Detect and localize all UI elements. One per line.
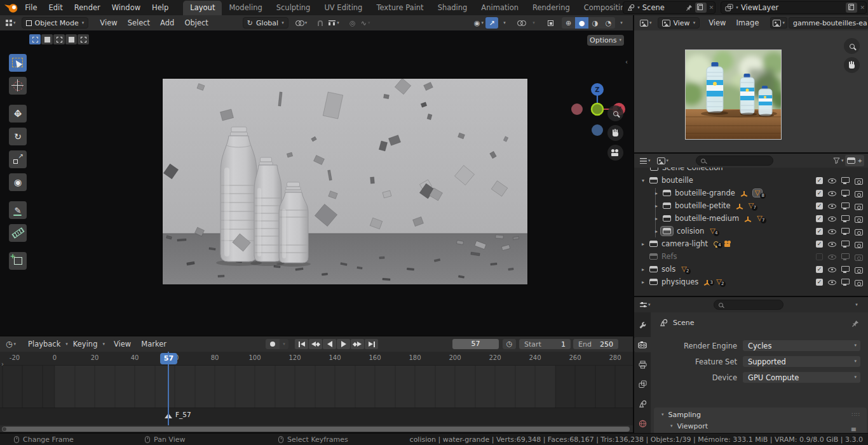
outliner-row[interactable]: ▾bouteille bbox=[634, 174, 868, 187]
disclosure-triangle-icon[interactable]: ▸ bbox=[650, 203, 663, 209]
new-viewlayer-button[interactable] bbox=[846, 3, 857, 13]
outliner-row[interactable]: ▸bouteille-medium▽7 bbox=[634, 212, 868, 225]
render-visibility-icon[interactable] bbox=[855, 253, 863, 260]
viewport-visibility-icon[interactable] bbox=[841, 203, 850, 209]
axis-x-negative[interactable] bbox=[571, 103, 583, 115]
shading-dropdown[interactable]: ▾ bbox=[615, 17, 628, 29]
outliner-item-label[interactable]: bouteille-medium bbox=[675, 214, 739, 223]
outliner-item-label[interactable]: colision bbox=[677, 227, 704, 236]
outliner-panel[interactable]: Scene Collection▾bouteille▸bouteille-gra… bbox=[634, 154, 868, 296]
editor-type-button[interactable]: ▾ bbox=[638, 17, 654, 29]
checkbox-icon[interactable] bbox=[816, 279, 823, 286]
viewlayer-name[interactable]: ViewLayer bbox=[741, 3, 844, 12]
axis-z-negative[interactable] bbox=[592, 124, 603, 136]
tool-measure[interactable] bbox=[9, 224, 27, 242]
render-engine-dropdown[interactable]: Cycles▾ bbox=[743, 340, 860, 351]
menu-render[interactable]: Render bbox=[69, 0, 106, 15]
pin-icon[interactable] bbox=[852, 320, 859, 327]
tab-modeling[interactable]: Modeling bbox=[222, 1, 269, 15]
menu-keying[interactable]: Keying bbox=[68, 340, 103, 349]
menu-view[interactable]: View bbox=[109, 340, 136, 349]
shading-material-button[interactable]: ◑ bbox=[588, 17, 602, 29]
checkbox-icon[interactable] bbox=[816, 215, 823, 222]
viewport-visibility-icon[interactable] bbox=[841, 228, 850, 235]
remove-viewlayer-icon[interactable]: ✕ bbox=[860, 4, 865, 11]
viewlayer-selector[interactable]: ▾ ViewLayer ✕ bbox=[721, 1, 867, 14]
eye-visibility-icon[interactable] bbox=[828, 253, 836, 260]
overlays-toggle[interactable] bbox=[515, 17, 527, 29]
timeline-panel[interactable]: ◷▾ Playback▾ Keying▾ View Marker ▾ 57 ◷ … bbox=[0, 336, 633, 432]
gizmos-toggle[interactable]: ↗ bbox=[485, 17, 498, 29]
menu-object[interactable]: Object bbox=[179, 18, 213, 27]
disclosure-triangle-icon[interactable]: ▸ bbox=[637, 279, 649, 285]
render-visibility-icon[interactable] bbox=[855, 279, 863, 286]
play-button[interactable] bbox=[337, 339, 350, 349]
image-browse-dropdown[interactable]: ▾ bbox=[770, 17, 787, 29]
render-visibility-icon[interactable] bbox=[855, 203, 863, 209]
outliner-row[interactable]: ▸colision▽4 bbox=[634, 225, 868, 237]
outliner-row[interactable]: Refs bbox=[634, 250, 868, 263]
viewport-visibility-icon[interactable] bbox=[841, 279, 850, 286]
checkbox-icon[interactable] bbox=[816, 266, 823, 273]
pivot-point-dropdown[interactable]: ▾ bbox=[294, 17, 309, 29]
checkbox-icon[interactable] bbox=[816, 253, 823, 260]
image-datablock-name[interactable]: gamme-bouteilles-eau- bbox=[789, 17, 868, 29]
tool-annotate[interactable]: ✎ bbox=[9, 201, 27, 219]
eye-visibility-icon[interactable] bbox=[828, 190, 836, 197]
menu-marker[interactable]: Marker bbox=[136, 340, 172, 349]
feature-set-dropdown[interactable]: Supported▾ bbox=[743, 356, 860, 367]
device-dropdown[interactable]: GPU Compute▾ bbox=[743, 372, 860, 383]
pin-icon[interactable] bbox=[686, 4, 693, 11]
display-mode-dropdown[interactable]: View ▾ bbox=[658, 17, 700, 29]
tool-rotate[interactable]: ↻ bbox=[9, 128, 27, 145]
eye-visibility-icon[interactable] bbox=[828, 279, 836, 286]
tab-world[interactable] bbox=[634, 416, 651, 431]
eye-visibility-icon[interactable] bbox=[828, 177, 836, 184]
menu-edit[interactable]: Edit bbox=[43, 0, 69, 15]
outliner-item-label[interactable]: Refs bbox=[661, 252, 677, 261]
menu-playback[interactable]: Playback bbox=[23, 340, 65, 349]
viewport-visibility-icon[interactable] bbox=[841, 266, 850, 273]
menu-window[interactable]: Window bbox=[106, 0, 146, 15]
editor-type-button[interactable]: ▾ bbox=[638, 299, 653, 310]
timeline-ruler[interactable]: -200204060801001201401601802002202402602… bbox=[0, 352, 633, 366]
render-visibility-icon[interactable] bbox=[855, 266, 863, 273]
new-scene-button[interactable] bbox=[695, 3, 707, 13]
play-reverse-button[interactable] bbox=[323, 339, 336, 349]
tool-scale[interactable]: ↗ bbox=[9, 150, 27, 168]
end-frame-field[interactable]: End 250 bbox=[573, 339, 618, 349]
menu-file[interactable]: File bbox=[19, 0, 43, 15]
unlink-scene-icon[interactable]: ✕ bbox=[709, 4, 714, 11]
viewport-visibility-icon[interactable] bbox=[841, 215, 850, 222]
camera-view-frame[interactable] bbox=[163, 79, 527, 284]
outliner-row[interactable]: ▸bouteille-petite▽7 bbox=[634, 199, 868, 212]
options-button[interactable]: Options▾ bbox=[587, 35, 624, 46]
editor-type-button[interactable]: ◷▾ bbox=[4, 338, 18, 350]
viewport-visibility-icon[interactable] bbox=[841, 253, 850, 260]
image-editor-panel[interactable] bbox=[634, 30, 868, 152]
menu-add[interactable]: Add bbox=[155, 18, 179, 27]
menu-help[interactable]: Help bbox=[146, 0, 174, 15]
image-zoom-button[interactable] bbox=[844, 38, 860, 54]
scene-selector[interactable]: ▾ Scene ✕ bbox=[623, 1, 715, 14]
tab-texture-paint[interactable]: Texture Paint bbox=[369, 1, 430, 15]
axis-y-ball[interactable] bbox=[592, 103, 603, 115]
select-set-button[interactable] bbox=[29, 34, 41, 44]
marker-strip[interactable]: F_57 bbox=[0, 408, 633, 425]
outliner-row[interactable]: ▸sols▽2 bbox=[634, 263, 868, 276]
panel-grip-icon[interactable]: ∷∷ bbox=[852, 411, 860, 418]
disclosure-triangle-icon[interactable]: ▸ bbox=[650, 190, 663, 196]
tool-transform[interactable]: ◉ bbox=[9, 173, 27, 191]
checkbox-icon[interactable] bbox=[816, 228, 823, 235]
select-subtract-button[interactable] bbox=[53, 34, 65, 44]
camera-view-button[interactable] bbox=[607, 145, 623, 161]
viewport-visibility-icon[interactable] bbox=[841, 177, 850, 184]
disclosure-triangle-icon[interactable]: ▸ bbox=[650, 216, 663, 222]
checkbox-icon[interactable] bbox=[816, 177, 823, 184]
eye-visibility-icon[interactable] bbox=[828, 241, 836, 248]
timeline-scrollbar[interactable] bbox=[2, 427, 630, 432]
menu-view[interactable]: View bbox=[703, 18, 731, 27]
keying-set-dropdown[interactable]: ▾ bbox=[280, 339, 288, 349]
expand-arrow[interactable]: › bbox=[1, 361, 4, 368]
editor-type-button[interactable]: ▾ bbox=[4, 17, 18, 29]
